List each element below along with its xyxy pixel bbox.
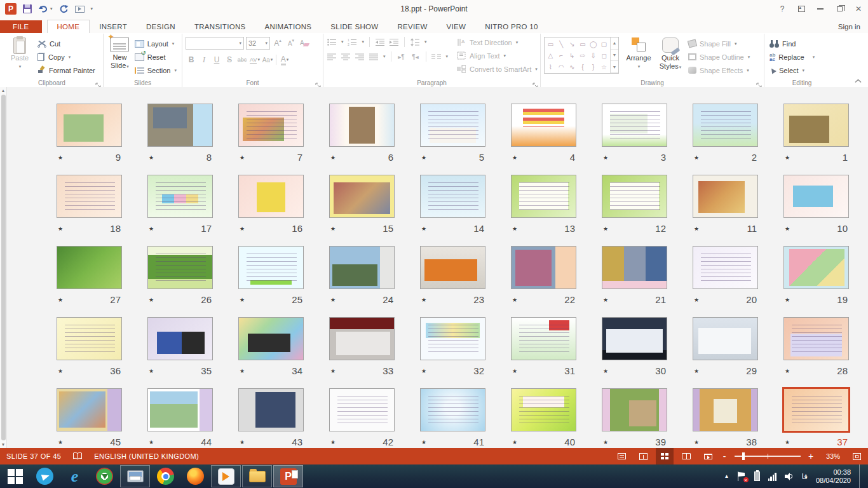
shape-glyph[interactable]: ↘ [569,41,574,48]
animation-star-icon[interactable]: ★ [694,226,699,232]
convert-to-smartart-button[interactable]: Convert to SmartArt▾ [454,62,539,76]
right-to-left-button[interactable]: ¶◂ [410,52,421,61]
shape-glyph[interactable]: ⌐ [559,52,563,59]
animation-star-icon[interactable]: ★ [785,368,790,374]
slide-thumbnail-22[interactable] [511,246,576,289]
slide-thumbnail-44[interactable] [147,388,213,431]
slide-thumbnail-7[interactable] [238,104,304,147]
tab-transitions[interactable]: TRANSITIONS [185,20,255,33]
animation-star-icon[interactable]: ★ [149,297,154,303]
animation-star-icon[interactable]: ★ [785,154,790,161]
slide-thumbnail-27[interactable] [57,246,122,289]
gallery-scroll-down[interactable]: ▼ [611,50,618,62]
slide-thumbnail-36[interactable] [57,317,122,360]
animation-star-icon[interactable]: ★ [330,154,336,161]
sign-in-link[interactable]: Sign in [838,23,860,30]
taskbar-button-file-explorer[interactable] [242,465,272,487]
taskbar-button-telegram[interactable] [30,464,60,488]
animation-star-icon[interactable]: ★ [330,297,336,303]
scroll-down-arrow[interactable]: ▼ [1,441,6,448]
slide-thumbnail-5[interactable] [420,104,485,147]
slide-thumbnail-35[interactable] [147,317,213,360]
taskbar-button-powerpoint[interactable]: P [273,465,303,487]
network-signal-icon[interactable] [768,472,776,481]
underline-button[interactable]: U [211,53,222,66]
line-spacing-button[interactable] [410,37,420,46]
align-text-button[interactable]: Align Text▾ [454,49,539,62]
quick-styles-button[interactable]: Quick Styles▾ [654,36,686,76]
slide-thumbnail-25[interactable] [238,246,304,289]
tab-slide-show[interactable]: SLIDE SHOW [321,20,388,33]
replace-button[interactable]: abacReplace▾ [768,50,817,64]
undo-dropdown[interactable]: ▾ [50,6,53,11]
animation-star-icon[interactable]: ★ [421,439,426,445]
align-left-button[interactable] [327,52,337,61]
shape-glyph[interactable]: ⌇ [549,64,552,71]
notes-button[interactable] [613,448,630,464]
spell-check-icon[interactable] [72,452,83,461]
clipboard-dialog-launcher[interactable] [95,79,102,86]
animation-star-icon[interactable]: ★ [330,368,336,374]
slide-thumbnail-21[interactable] [602,246,667,289]
clock[interactable]: 00:38 08/04/2020 [816,468,851,485]
tab-review[interactable]: REVIEW [388,20,437,33]
strikethrough-button[interactable]: S [224,53,235,66]
bullets-button[interactable] [327,37,337,46]
shape-glyph[interactable]: ⇨ [580,52,585,59]
justify-button[interactable] [369,52,379,61]
redo-button[interactable] [59,4,69,13]
animation-star-icon[interactable]: ★ [512,226,517,232]
slide-thumbnail-42[interactable] [329,388,395,431]
animation-star-icon[interactable]: ★ [240,368,245,374]
slide-thumbnail-3[interactable] [602,104,667,147]
shapes-gallery[interactable]: ▭╲↘▭◯▢△⌐↳⇨⇩◻⌇◠∿{}☆ ▲▼▼ [544,37,619,74]
reading-view-button[interactable] [677,448,695,464]
taskbar-button-media-player[interactable] [211,465,241,487]
animation-star-icon[interactable]: ★ [149,368,154,374]
slide-thumbnail-13[interactable] [511,175,576,218]
tab-animations[interactable]: ANIMATIONS [255,20,322,33]
scroll-up-arrow[interactable]: ▲ [1,87,6,94]
slide-thumbnail-30[interactable] [602,317,667,360]
vertical-scrollbar[interactable]: ▲ ▼ [0,87,7,448]
close-button[interactable]: ✕ [849,0,868,18]
zoom-out-button[interactable]: - [721,451,728,461]
animation-star-icon[interactable]: ★ [785,226,790,232]
animation-star-icon[interactable]: ★ [149,226,154,232]
slide-thumbnail-43[interactable] [238,388,304,431]
new-slide-button[interactable]: New Slide▾ [107,36,133,76]
shape-glyph[interactable]: } [592,64,594,71]
animation-star-icon[interactable]: ★ [58,154,63,161]
character-spacing-button[interactable]: AV▾ [249,53,261,66]
scrollbar-thumb[interactable] [1,95,6,440]
slide-thumbnail-14[interactable] [420,175,485,218]
animation-star-icon[interactable]: ★ [512,439,517,445]
text-shadow-button[interactable]: abc [236,53,248,66]
start-from-beginning-button[interactable] [75,6,85,13]
animation-star-icon[interactable]: ★ [603,226,608,232]
italic-button[interactable]: I [198,53,210,66]
shape-glyph[interactable]: ▢ [601,41,607,48]
slide-thumbnail-10[interactable] [783,175,849,218]
animation-star-icon[interactable]: ★ [785,439,790,445]
animation-star-icon[interactable]: ★ [603,297,608,303]
animation-star-icon[interactable]: ★ [58,368,63,374]
slide-thumbnail-16[interactable] [238,175,304,218]
fit-slide-to-window-button[interactable] [848,448,865,464]
animation-star-icon[interactable]: ★ [58,226,63,232]
clear-formatting-button[interactable] [299,37,310,50]
shape-glyph[interactable]: ◠ [559,64,564,71]
shape-glyph[interactable]: ∿ [569,64,574,71]
slide-thumbnail-4[interactable] [511,104,576,147]
align-right-button[interactable] [355,52,365,61]
slide-thumbnail-34[interactable] [238,317,304,360]
paste-button[interactable]: Paste▾ [4,36,36,76]
taskbar-button-internet-explorer[interactable]: e [60,464,90,488]
battery-icon[interactable] [754,471,760,481]
section-button[interactable]: Section▾ [133,64,179,77]
taskbar-button-start[interactable] [0,464,30,488]
zoom-level[interactable]: 33% [818,452,840,460]
left-to-right-button[interactable]: ▸¶ [397,52,407,61]
find-button[interactable]: Find [768,37,817,50]
zoom-in-button[interactable]: + [807,451,815,461]
